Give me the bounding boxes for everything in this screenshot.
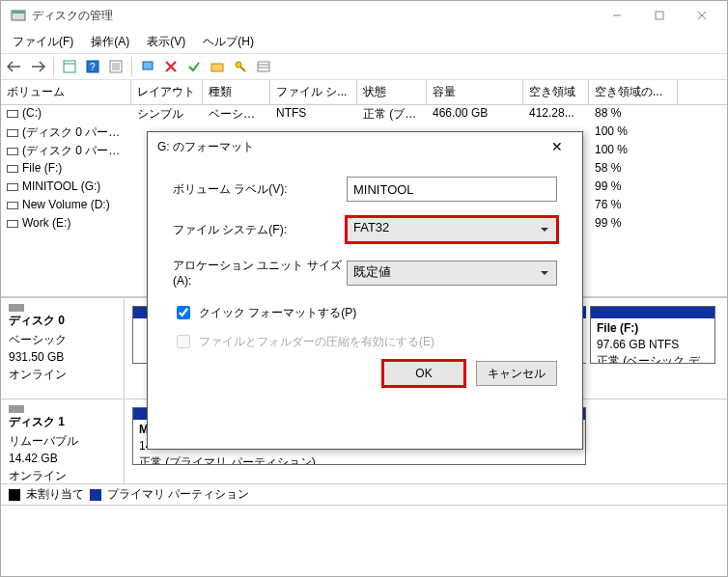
forward-icon[interactable] bbox=[28, 57, 47, 76]
quick-format-label: クイック フォーマットする(P) bbox=[199, 305, 356, 321]
volume-icon bbox=[7, 220, 18, 228]
refresh-icon[interactable] bbox=[138, 57, 157, 76]
volume-label-input[interactable] bbox=[347, 177, 557, 202]
cell: New Volume (D:) bbox=[1, 197, 131, 215]
cell: NTFS bbox=[270, 105, 357, 124]
window-titlebar: ディスクの管理 bbox=[1, 1, 727, 30]
cell: 412.28... bbox=[523, 105, 589, 124]
compress-checkbox: ファイルとフォルダーの圧縮を有効にする(E) bbox=[173, 332, 557, 351]
col-status[interactable]: 状態 bbox=[357, 80, 427, 104]
cell: 100 % bbox=[589, 124, 678, 142]
format-dialog: G: のフォーマット ✕ ボリューム ラベル(V): ファイル システム(F):… bbox=[147, 131, 583, 450]
col-capacity[interactable]: 容量 bbox=[427, 80, 523, 104]
svg-rect-18 bbox=[258, 62, 269, 71]
cell: ベーシック bbox=[203, 105, 270, 124]
volume-icon bbox=[7, 129, 18, 137]
disk-size: 931.50 GB bbox=[9, 348, 116, 366]
window-controls bbox=[596, 1, 723, 30]
disk-size: 14.42 GB bbox=[9, 450, 116, 467]
partition-status: 正常 (プライマリ パーティション) bbox=[139, 454, 579, 465]
col-free[interactable]: 空き領域 bbox=[523, 80, 589, 104]
menu-action[interactable]: 操作(A) bbox=[83, 32, 137, 52]
disk-title: ディスク 0 bbox=[9, 312, 116, 329]
dialog-titlebar: G: のフォーマット ✕ bbox=[148, 132, 582, 161]
compress-input bbox=[177, 335, 190, 348]
menubar: ファイル(F) 操作(A) 表示(V) ヘルプ(H) bbox=[1, 30, 727, 53]
settings-icon[interactable] bbox=[106, 57, 126, 76]
col-layout[interactable]: レイアウト bbox=[131, 80, 203, 104]
partition-name: File (F:) bbox=[597, 320, 709, 337]
minimize-button[interactable] bbox=[596, 1, 638, 30]
svg-rect-12 bbox=[143, 62, 153, 69]
partition-size: 97.66 GB NTFS bbox=[597, 337, 709, 353]
partition-file-f[interactable]: File (F:) 97.66 GB NTFS 正常 (ベーシック デ bbox=[590, 306, 715, 364]
svg-rect-22 bbox=[9, 405, 24, 413]
partition-status: 正常 (ベーシック デ bbox=[597, 353, 709, 364]
menu-file[interactable]: ファイル(F) bbox=[5, 32, 81, 52]
filesystem-label: ファイル システム(F): bbox=[173, 222, 347, 238]
cancel-button[interactable]: キャンセル bbox=[476, 361, 557, 386]
cell: 正常 (ブー... bbox=[357, 105, 427, 124]
svg-rect-11 bbox=[112, 63, 120, 70]
cell: シンプル bbox=[131, 105, 203, 124]
legend-primary: プライマリ パーティション bbox=[107, 486, 249, 503]
cell: 100 % bbox=[589, 142, 678, 160]
filesystem-value: FAT32 bbox=[353, 220, 389, 234]
cell: (C:) bbox=[1, 105, 131, 124]
list-icon[interactable] bbox=[254, 57, 273, 76]
disk-info[interactable]: ディスク 0 ベーシック 931.50 GB オンライン bbox=[1, 298, 125, 398]
disk-type: リムーバブル bbox=[9, 432, 116, 450]
dialog-close-icon[interactable]: ✕ bbox=[542, 139, 573, 154]
disk-type: ベーシック bbox=[9, 331, 116, 348]
cell: 76 % bbox=[589, 197, 678, 215]
allocation-select[interactable]: 既定値 bbox=[347, 261, 557, 286]
col-type[interactable]: 種類 bbox=[203, 80, 270, 104]
statusbar bbox=[1, 505, 727, 524]
allocation-value: 既定値 bbox=[353, 264, 391, 279]
table-row[interactable]: (C:)シンプルベーシックNTFS正常 (ブー...466.00 GB412.2… bbox=[1, 105, 727, 124]
grid-header: ボリューム レイアウト 種類 ファイル シ... 状態 容量 空き領域 空き領域… bbox=[1, 80, 727, 105]
toolbar: ? bbox=[1, 53, 727, 80]
disk-info[interactable]: ディスク 1 リムーバブル 14.42 GB オンライン bbox=[1, 399, 125, 483]
ok-button[interactable]: OK bbox=[383, 361, 464, 386]
key-icon[interactable] bbox=[231, 57, 250, 76]
cell: Work (E:) bbox=[1, 215, 131, 234]
cell: File (F:) bbox=[1, 160, 131, 179]
volume-icon bbox=[7, 165, 18, 173]
quick-format-checkbox[interactable]: クイック フォーマットする(P) bbox=[173, 303, 557, 322]
back-icon[interactable] bbox=[5, 57, 24, 76]
cell: 99 % bbox=[589, 215, 678, 234]
close-button[interactable] bbox=[681, 1, 723, 30]
app-icon bbox=[11, 8, 26, 23]
allocation-label: アロケーション ユニット サイズ(A): bbox=[173, 258, 347, 288]
folder-icon[interactable] bbox=[208, 57, 227, 76]
disk-status: オンライン bbox=[9, 467, 116, 484]
cell: 99 % bbox=[589, 179, 678, 197]
filesystem-select[interactable]: FAT32 bbox=[347, 217, 557, 242]
view-icon[interactable] bbox=[60, 57, 79, 76]
legend-primary-icon bbox=[90, 489, 101, 501]
cell: (ディスク 0 パーテ... bbox=[1, 124, 131, 142]
svg-rect-15 bbox=[211, 64, 223, 71]
help-icon[interactable]: ? bbox=[83, 57, 102, 76]
maximize-button[interactable] bbox=[638, 1, 681, 30]
col-freepct[interactable]: 空き領域の... bbox=[589, 80, 678, 104]
cell: 466.00 GB bbox=[427, 105, 523, 124]
quick-format-input[interactable] bbox=[177, 306, 190, 319]
col-volume[interactable]: ボリューム bbox=[1, 80, 131, 104]
legend: 未割り当て プライマリ パーティション bbox=[1, 483, 727, 505]
svg-rect-3 bbox=[656, 12, 663, 19]
svg-line-17 bbox=[240, 67, 245, 71]
cell: MINITOOL (G:) bbox=[1, 179, 131, 197]
volume-icon bbox=[7, 202, 18, 209]
col-filesys[interactable]: ファイル シ... bbox=[270, 80, 357, 104]
dialog-title: G: のフォーマット bbox=[157, 139, 254, 155]
volume-icon bbox=[7, 148, 18, 155]
disk-title: ディスク 1 bbox=[9, 413, 116, 430]
menu-view[interactable]: 表示(V) bbox=[139, 32, 193, 52]
compress-label: ファイルとフォルダーの圧縮を有効にする(E) bbox=[199, 334, 434, 350]
menu-help[interactable]: ヘルプ(H) bbox=[195, 32, 262, 52]
delete-icon[interactable] bbox=[161, 57, 181, 76]
check-icon[interactable] bbox=[184, 57, 204, 76]
svg-rect-6 bbox=[64, 61, 75, 72]
